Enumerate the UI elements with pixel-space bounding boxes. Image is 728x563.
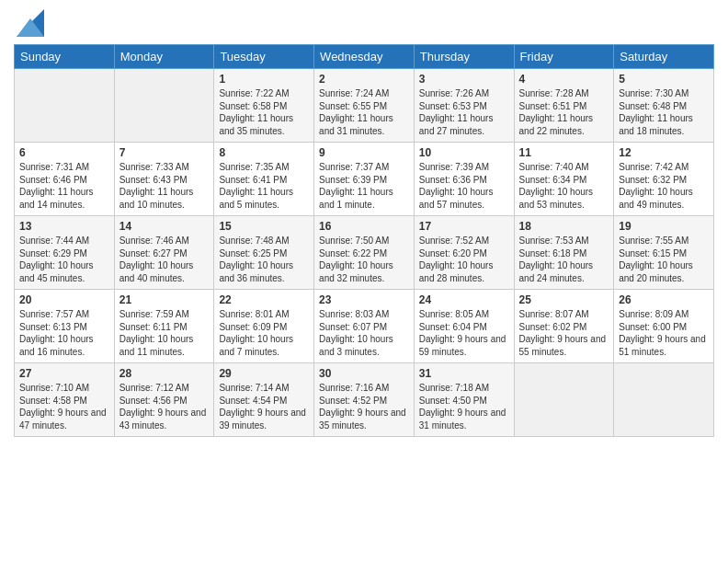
cell-content: Sunrise: 7:33 AM Sunset: 6:43 PM Dayligh… xyxy=(119,161,210,211)
week-row-4: 27Sunrise: 7:10 AM Sunset: 4:58 PM Dayli… xyxy=(15,363,714,437)
weekday-header-monday: Monday xyxy=(114,45,214,69)
day-number: 13 xyxy=(19,220,109,233)
day-number: 20 xyxy=(19,293,109,306)
cell-content: Sunrise: 7:37 AM Sunset: 6:39 PM Dayligh… xyxy=(319,161,409,211)
calendar-cell: 7Sunrise: 7:33 AM Sunset: 6:43 PM Daylig… xyxy=(114,143,214,216)
cell-content: Sunrise: 7:26 AM Sunset: 6:53 PM Dayligh… xyxy=(419,87,509,137)
cell-content: Sunrise: 8:05 AM Sunset: 6:04 PM Dayligh… xyxy=(419,308,509,358)
calendar-cell: 15Sunrise: 7:48 AM Sunset: 6:25 PM Dayli… xyxy=(214,216,314,290)
day-number: 19 xyxy=(619,220,709,233)
calendar-cell: 3Sunrise: 7:26 AM Sunset: 6:53 PM Daylig… xyxy=(414,69,514,143)
day-number: 1 xyxy=(219,73,309,86)
day-number: 18 xyxy=(519,220,609,233)
day-number: 14 xyxy=(119,220,210,233)
day-number: 10 xyxy=(419,146,509,159)
cell-content: Sunrise: 7:30 AM Sunset: 6:48 PM Dayligh… xyxy=(619,87,709,137)
day-number: 16 xyxy=(319,220,409,233)
cell-content: Sunrise: 7:14 AM Sunset: 4:54 PM Dayligh… xyxy=(219,382,309,431)
day-number: 9 xyxy=(319,146,409,159)
cell-content: Sunrise: 7:44 AM Sunset: 6:29 PM Dayligh… xyxy=(19,235,109,284)
page: SundayMondayTuesdayWednesdayThursdayFrid… xyxy=(0,0,728,563)
day-number: 17 xyxy=(419,220,509,233)
day-number: 7 xyxy=(119,146,210,159)
calendar-cell: 8Sunrise: 7:35 AM Sunset: 6:41 PM Daylig… xyxy=(214,143,314,216)
cell-content: Sunrise: 7:22 AM Sunset: 6:58 PM Dayligh… xyxy=(219,87,309,137)
weekday-header-wednesday: Wednesday xyxy=(314,45,415,69)
calendar-cell: 12Sunrise: 7:42 AM Sunset: 6:32 PM Dayli… xyxy=(614,143,714,216)
calendar-table: SundayMondayTuesdayWednesdayThursdayFrid… xyxy=(14,44,714,437)
logo-icon xyxy=(17,9,44,37)
day-number: 22 xyxy=(219,293,309,306)
calendar-cell: 2Sunrise: 7:24 AM Sunset: 6:55 PM Daylig… xyxy=(314,69,415,143)
weekday-header-tuesday: Tuesday xyxy=(214,45,314,69)
week-row-3: 20Sunrise: 7:57 AM Sunset: 6:13 PM Dayli… xyxy=(15,290,714,363)
calendar-cell xyxy=(15,69,115,143)
calendar-cell: 23Sunrise: 8:03 AM Sunset: 6:07 PM Dayli… xyxy=(314,290,415,363)
calendar-cell: 19Sunrise: 7:55 AM Sunset: 6:15 PM Dayli… xyxy=(614,216,714,290)
week-row-2: 13Sunrise: 7:44 AM Sunset: 6:29 PM Dayli… xyxy=(15,216,714,290)
cell-content: Sunrise: 7:40 AM Sunset: 6:34 PM Dayligh… xyxy=(519,161,609,211)
calendar-cell: 6Sunrise: 7:31 AM Sunset: 6:46 PM Daylig… xyxy=(15,143,115,216)
cell-content: Sunrise: 7:52 AM Sunset: 6:20 PM Dayligh… xyxy=(419,235,509,284)
day-number: 23 xyxy=(319,293,409,306)
calendar-cell: 29Sunrise: 7:14 AM Sunset: 4:54 PM Dayli… xyxy=(214,363,314,437)
cell-content: Sunrise: 7:12 AM Sunset: 4:56 PM Dayligh… xyxy=(119,382,210,431)
calendar-cell: 16Sunrise: 7:50 AM Sunset: 6:22 PM Dayli… xyxy=(314,216,415,290)
day-number: 25 xyxy=(519,293,609,306)
calendar-cell: 11Sunrise: 7:40 AM Sunset: 6:34 PM Dayli… xyxy=(514,143,614,216)
calendar-cell: 24Sunrise: 8:05 AM Sunset: 6:04 PM Dayli… xyxy=(414,290,514,363)
cell-content: Sunrise: 7:24 AM Sunset: 6:55 PM Dayligh… xyxy=(319,87,409,137)
cell-content: Sunrise: 7:59 AM Sunset: 6:11 PM Dayligh… xyxy=(119,308,210,358)
calendar-cell: 26Sunrise: 8:09 AM Sunset: 6:00 PM Dayli… xyxy=(614,290,714,363)
calendar-cell: 4Sunrise: 7:28 AM Sunset: 6:51 PM Daylig… xyxy=(514,69,614,143)
calendar-cell xyxy=(614,363,714,437)
day-number: 21 xyxy=(119,293,210,306)
day-number: 28 xyxy=(119,367,210,380)
cell-content: Sunrise: 7:28 AM Sunset: 6:51 PM Dayligh… xyxy=(519,87,609,137)
calendar-cell: 13Sunrise: 7:44 AM Sunset: 6:29 PM Dayli… xyxy=(15,216,115,290)
calendar-cell: 17Sunrise: 7:52 AM Sunset: 6:20 PM Dayli… xyxy=(414,216,514,290)
weekday-header-thursday: Thursday xyxy=(414,45,514,69)
calendar-cell: 28Sunrise: 7:12 AM Sunset: 4:56 PM Dayli… xyxy=(114,363,214,437)
calendar-cell: 31Sunrise: 7:18 AM Sunset: 4:50 PM Dayli… xyxy=(414,363,514,437)
day-number: 27 xyxy=(19,367,109,380)
day-number: 15 xyxy=(219,220,309,233)
day-number: 29 xyxy=(219,367,309,380)
day-number: 2 xyxy=(319,73,409,86)
cell-content: Sunrise: 7:46 AM Sunset: 6:27 PM Dayligh… xyxy=(119,235,210,284)
cell-content: Sunrise: 7:10 AM Sunset: 4:58 PM Dayligh… xyxy=(19,382,109,431)
weekday-header-saturday: Saturday xyxy=(614,45,714,69)
cell-content: Sunrise: 7:55 AM Sunset: 6:15 PM Dayligh… xyxy=(619,235,709,284)
cell-content: Sunrise: 7:39 AM Sunset: 6:36 PM Dayligh… xyxy=(419,161,509,211)
weekday-header-sunday: Sunday xyxy=(15,45,115,69)
week-row-0: 1Sunrise: 7:22 AM Sunset: 6:58 PM Daylig… xyxy=(15,69,714,143)
day-number: 4 xyxy=(519,73,609,86)
day-number: 11 xyxy=(519,146,609,159)
calendar-cell: 18Sunrise: 7:53 AM Sunset: 6:18 PM Dayli… xyxy=(514,216,614,290)
cell-content: Sunrise: 8:09 AM Sunset: 6:00 PM Dayligh… xyxy=(619,308,709,358)
cell-content: Sunrise: 8:01 AM Sunset: 6:09 PM Dayligh… xyxy=(219,308,309,358)
day-number: 31 xyxy=(419,367,509,380)
day-number: 12 xyxy=(619,146,709,159)
calendar-cell: 27Sunrise: 7:10 AM Sunset: 4:58 PM Dayli… xyxy=(15,363,115,437)
calendar-cell xyxy=(114,69,214,143)
day-number: 3 xyxy=(419,73,509,86)
calendar-cell: 21Sunrise: 7:59 AM Sunset: 6:11 PM Dayli… xyxy=(114,290,214,363)
header xyxy=(14,9,714,37)
weekday-header-row: SundayMondayTuesdayWednesdayThursdayFrid… xyxy=(15,45,714,69)
day-number: 26 xyxy=(619,293,709,306)
calendar-cell: 5Sunrise: 7:30 AM Sunset: 6:48 PM Daylig… xyxy=(614,69,714,143)
cell-content: Sunrise: 7:53 AM Sunset: 6:18 PM Dayligh… xyxy=(519,235,609,284)
calendar-cell: 1Sunrise: 7:22 AM Sunset: 6:58 PM Daylig… xyxy=(214,69,314,143)
weekday-header-friday: Friday xyxy=(514,45,614,69)
day-number: 24 xyxy=(419,293,509,306)
cell-content: Sunrise: 7:18 AM Sunset: 4:50 PM Dayligh… xyxy=(419,382,509,431)
cell-content: Sunrise: 7:35 AM Sunset: 6:41 PM Dayligh… xyxy=(219,161,309,211)
cell-content: Sunrise: 7:48 AM Sunset: 6:25 PM Dayligh… xyxy=(219,235,309,284)
day-number: 6 xyxy=(19,146,109,159)
calendar-cell: 10Sunrise: 7:39 AM Sunset: 6:36 PM Dayli… xyxy=(414,143,514,216)
calendar-cell: 30Sunrise: 7:16 AM Sunset: 4:52 PM Dayli… xyxy=(314,363,415,437)
cell-content: Sunrise: 7:57 AM Sunset: 6:13 PM Dayligh… xyxy=(19,308,109,358)
cell-content: Sunrise: 7:42 AM Sunset: 6:32 PM Dayligh… xyxy=(619,161,709,211)
cell-content: Sunrise: 8:07 AM Sunset: 6:02 PM Dayligh… xyxy=(519,308,609,358)
